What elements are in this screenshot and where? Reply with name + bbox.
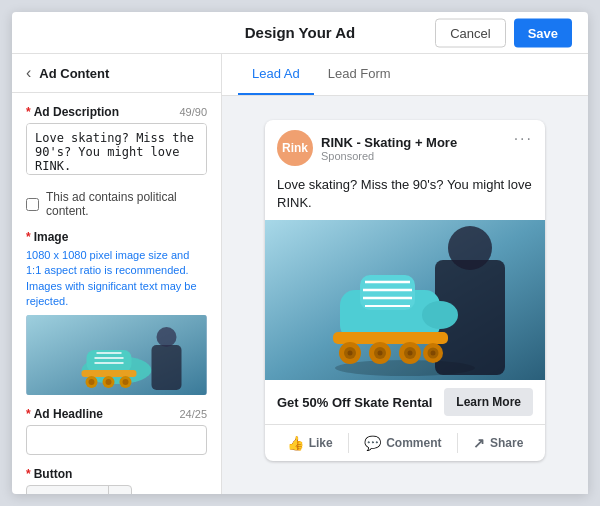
modal-title: Design Your Ad <box>245 24 356 41</box>
fb-sponsored-label: Sponsored <box>321 150 514 162</box>
image-help-text: 1080 x 1080 pixel image size and 1:1 asp… <box>26 248 207 310</box>
facebook-ad-card: Rink RINK - Skating + More Sponsored ···… <box>265 120 545 461</box>
fb-share-action[interactable]: ↗ Share <box>461 429 535 457</box>
modal-body: ‹ Ad Content *Ad Description 49/90 Love … <box>12 54 588 494</box>
fb-comment-action[interactable]: 💬 Comment <box>352 429 453 457</box>
ad-preview-area: Rink RINK - Skating + More Sponsored ···… <box>222 96 588 494</box>
ad-image-preview[interactable] <box>26 315 207 395</box>
modal-actions: Cancel Save <box>435 18 572 47</box>
fb-page-name: RINK - Skating + More <box>321 135 514 150</box>
panel-header: ‹ Ad Content <box>12 54 221 93</box>
button-select[interactable]: Learn More ▾ <box>26 485 132 494</box>
headline-char-count: 24/25 <box>179 408 207 420</box>
svg-rect-20 <box>360 275 415 310</box>
image-label: *Image <box>26 230 207 244</box>
ad-headline-input[interactable]: Get 50% Off Skate Rental <box>26 425 207 455</box>
button-field-label: *Button <box>26 467 207 481</box>
button-select-value: Learn More <box>27 486 108 494</box>
tab-bar: Lead Ad Lead Form <box>222 54 588 96</box>
comment-label: Comment <box>386 436 441 450</box>
modal-header: Design Your Ad Cancel Save <box>12 12 588 54</box>
fb-cta-button[interactable]: Learn More <box>444 388 533 416</box>
fb-page-avatar: Rink <box>277 130 313 166</box>
like-icon: 👍 <box>287 435 304 451</box>
image-required-star: * <box>26 230 31 244</box>
cancel-button[interactable]: Cancel <box>435 18 505 47</box>
svg-point-8 <box>89 379 95 385</box>
fb-more-options[interactable]: ··· <box>514 130 533 148</box>
svg-point-18 <box>448 226 492 270</box>
comment-icon: 💬 <box>364 435 381 451</box>
ad-description-char-count: 49/90 <box>179 106 207 118</box>
fb-page-info: Rink RINK - Skating + More Sponsored <box>277 130 514 166</box>
back-button[interactable]: ‹ <box>26 64 31 82</box>
fb-card-header: Rink RINK - Skating + More Sponsored ··· <box>265 120 545 172</box>
action-divider-2 <box>457 433 458 453</box>
svg-point-35 <box>408 351 413 356</box>
ad-headline-label: *Ad Headline 24/25 <box>26 407 207 421</box>
fb-cta-headline: Get 50% Off Skate Rental <box>277 395 432 410</box>
ad-headline-field: *Ad Headline 24/25 Get 50% Off Skate Ren… <box>26 407 207 455</box>
svg-rect-6 <box>82 370 137 377</box>
fb-like-action[interactable]: 👍 Like <box>275 429 345 457</box>
fb-card-cta: Get 50% Off Skate Rental Learn More <box>265 380 545 425</box>
like-label: Like <box>309 436 333 450</box>
svg-point-21 <box>422 301 458 329</box>
share-label: Share <box>490 436 523 450</box>
ad-description-field: *Ad Description 49/90 Love skating? Miss… <box>26 105 207 178</box>
svg-point-12 <box>123 379 129 385</box>
panel-content: *Ad Description 49/90 Love skating? Miss… <box>12 93 221 494</box>
svg-point-38 <box>431 351 436 356</box>
ad-description-input[interactable]: Love skating? Miss the 90's? You might l… <box>26 123 207 175</box>
ad-description-label: *Ad Description 49/90 <box>26 105 207 119</box>
action-divider-1 <box>348 433 349 453</box>
save-button[interactable]: Save <box>514 18 572 47</box>
button-select-arrow[interactable]: ▾ <box>108 486 131 494</box>
fb-card-actions: 👍 Like 💬 Comment ↗ Share <box>265 425 545 461</box>
image-field: *Image 1080 x 1080 pixel image size and … <box>26 230 207 395</box>
political-checkbox[interactable] <box>26 198 39 211</box>
svg-point-10 <box>106 379 112 385</box>
svg-point-29 <box>348 351 353 356</box>
tab-lead-ad[interactable]: Lead Ad <box>238 54 314 95</box>
button-field: *Button Learn More ▾ <box>26 467 207 494</box>
fb-card-body-text: Love skating? Miss the 90's? You might l… <box>265 172 545 220</box>
share-icon: ↗ <box>473 435 485 451</box>
headline-required-star: * <box>26 407 31 421</box>
panel-title: Ad Content <box>39 66 109 81</box>
political-checkbox-row: This ad contains political content. <box>26 190 207 218</box>
svg-point-14 <box>157 327 177 347</box>
tab-lead-form[interactable]: Lead Form <box>314 54 405 95</box>
svg-rect-13 <box>152 345 182 390</box>
required-star: * <box>26 105 31 119</box>
political-checkbox-label: This ad contains political content. <box>46 190 207 218</box>
design-ad-modal: Design Your Ad Cancel Save ‹ Ad Content … <box>12 12 588 494</box>
right-panel: Lead Ad Lead Form Rink <box>222 54 588 494</box>
button-required-star: * <box>26 467 31 481</box>
svg-point-32 <box>378 351 383 356</box>
fb-card-image <box>265 220 545 380</box>
fb-card-info: RINK - Skating + More Sponsored <box>321 135 514 162</box>
left-panel: ‹ Ad Content *Ad Description 49/90 Love … <box>12 54 222 494</box>
